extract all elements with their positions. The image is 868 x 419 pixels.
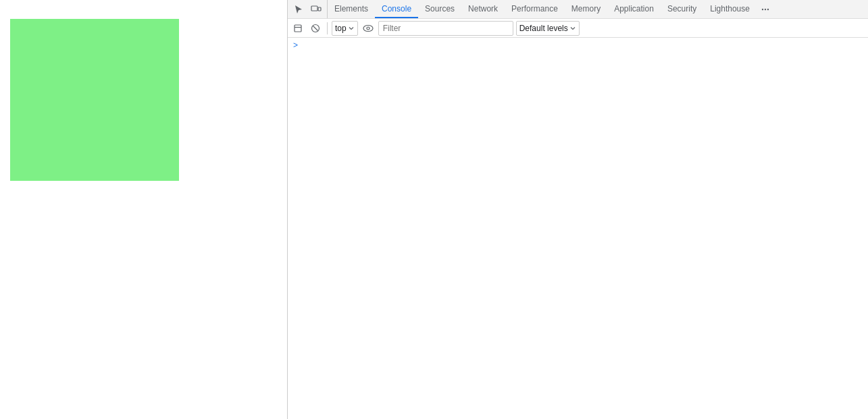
svg-rect-1	[318, 7, 321, 11]
console-content: >	[288, 38, 868, 419]
clear-console-icon[interactable]	[308, 21, 323, 36]
tab-performance[interactable]: Performance	[505, 0, 565, 18]
tab-console[interactable]: Console	[375, 0, 418, 18]
eye-icon[interactable]	[361, 21, 376, 36]
devtools-tab-bar: Elements Console Sources Network Perform…	[288, 0, 868, 19]
device-toggle-icon[interactable]	[308, 1, 324, 18]
svg-rect-5	[295, 25, 301, 32]
svg-point-9	[363, 25, 373, 31]
filter-input[interactable]	[378, 21, 513, 36]
toolbar-divider-1	[327, 22, 328, 34]
tab-network[interactable]: Network	[461, 0, 505, 18]
green-box	[10, 19, 179, 181]
svg-point-10	[367, 27, 369, 30]
svg-point-4	[767, 8, 769, 9]
context-selector[interactable]: top	[332, 21, 358, 36]
devtools-icons-left	[288, 0, 328, 18]
tab-application[interactable]: Application	[607, 0, 661, 18]
tab-memory[interactable]: Memory	[565, 0, 607, 18]
tab-elements[interactable]: Elements	[328, 0, 375, 18]
console-toolbar: top Default levels	[288, 19, 868, 38]
svg-point-2	[762, 8, 763, 9]
tab-more-button[interactable]	[757, 0, 774, 18]
tab-security[interactable]: Security	[661, 0, 703, 18]
tab-lighthouse[interactable]: Lighthouse	[703, 0, 757, 18]
devtools-tabs: Elements Console Sources Network Perform…	[328, 0, 868, 18]
default-levels-dropdown[interactable]: Default levels	[516, 21, 580, 36]
svg-line-8	[313, 26, 318, 30]
page-area	[0, 0, 287, 419]
svg-rect-0	[311, 6, 317, 11]
console-prompt[interactable]: >	[288, 39, 868, 51]
inspect-icon[interactable]	[290, 1, 307, 18]
tab-sources[interactable]: Sources	[418, 0, 461, 18]
console-collapse-icon[interactable]	[290, 21, 305, 36]
devtools-panel: Elements Console Sources Network Perform…	[287, 0, 868, 419]
svg-point-3	[765, 8, 766, 9]
